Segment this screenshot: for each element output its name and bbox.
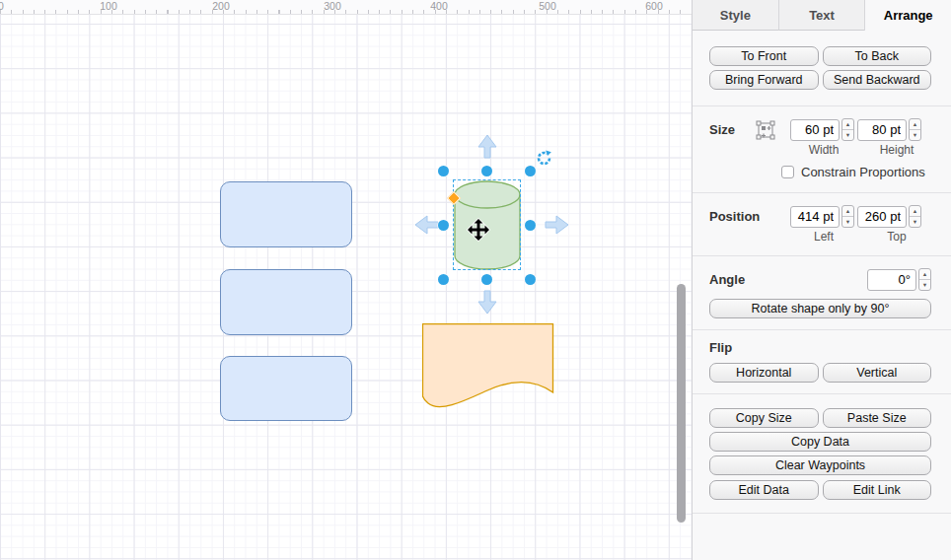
stepper-up-icon[interactable]: ▲ (842, 119, 853, 130)
ruler-label: 200 (212, 0, 230, 12)
resize-handle-se[interactable] (525, 274, 536, 285)
resize-handle-nw[interactable] (438, 166, 449, 176)
resize-handle-n[interactable] (481, 166, 492, 176)
stepper-down-icon[interactable]: ▼ (842, 130, 853, 140)
bring-forward-button[interactable]: Bring Forward (709, 70, 819, 90)
position-left-input[interactable] (790, 206, 840, 228)
paste-size-button[interactable]: Paste Size (823, 408, 932, 428)
top-stepper[interactable]: ▲ ▼ (909, 205, 921, 228)
stepper-down-icon[interactable]: ▼ (919, 280, 930, 290)
constrain-proportions-label: Constrain Proportions (801, 165, 925, 179)
shape-rounded-rect-1[interactable] (220, 181, 352, 247)
resize-handle-e[interactable] (525, 220, 536, 231)
rotate-handle-icon[interactable] (536, 150, 552, 167)
angle-stepper[interactable]: ▲ ▼ (918, 268, 931, 291)
angle-input[interactable] (867, 269, 916, 291)
stepper-down-icon[interactable]: ▼ (910, 130, 920, 140)
width-sublabel: Width (790, 143, 857, 157)
rotate-90-button[interactable]: Rotate shape only by 90° (709, 299, 931, 318)
edit-link-button[interactable]: Edit Link (823, 480, 932, 500)
drawio-editor: 0 100 200 300 400 500 600 (0, 0, 951, 560)
left-stepper[interactable]: ▲ ▼ (841, 205, 854, 228)
clear-waypoints-button[interactable]: Clear Waypoints (709, 455, 931, 475)
order-section: To Front To Back Bring Forward Send Back… (693, 31, 951, 106)
autosize-icon[interactable] (756, 120, 775, 140)
position-section: Position ▲ ▼ ▲ ▼ (693, 193, 951, 256)
angle-field-group: ▲ ▼ (867, 268, 931, 291)
horizontal-ruler: 0 100 200 300 400 500 600 (0, 0, 692, 15)
ruler-label: 0 (0, 0, 4, 12)
edit-data-button[interactable]: Edit Data (709, 480, 819, 500)
resize-handle-ne[interactable] (525, 166, 536, 176)
arrow-up-icon[interactable] (477, 134, 497, 160)
stepper-up-icon[interactable]: ▲ (842, 206, 853, 217)
stepper-down-icon[interactable]: ▼ (910, 217, 920, 227)
flip-horizontal-button[interactable]: Horizontal (709, 363, 819, 383)
ruler-label: 300 (324, 0, 341, 12)
flip-vertical-button[interactable]: Vertical (823, 363, 932, 383)
stepper-up-icon[interactable]: ▲ (919, 269, 930, 280)
tab-style[interactable]: Style (693, 0, 778, 31)
resize-handle-sw[interactable] (438, 274, 449, 285)
size-section: Size ▲ (693, 106, 951, 193)
size-label: Size (709, 122, 756, 137)
to-front-button[interactable]: To Front (709, 46, 819, 66)
width-field-group: ▲ ▼ (790, 118, 854, 141)
left-sublabel: Left (790, 230, 857, 244)
flip-label: Flip (709, 340, 931, 355)
angle-label: Angle (709, 272, 745, 287)
shape-document[interactable] (422, 323, 554, 408)
ruler-label: 500 (539, 0, 556, 12)
arrow-down-icon[interactable] (477, 289, 497, 315)
ruler-label: 600 (645, 0, 663, 12)
canvas[interactable] (0, 15, 692, 560)
resize-handle-s[interactable] (481, 274, 492, 285)
copy-size-button[interactable]: Copy Size (709, 408, 819, 428)
left-field-group: ▲ ▼ (790, 205, 854, 228)
flip-section: Flip Horizontal Vertical (693, 330, 951, 394)
format-tabbar: Style Text Arrange (693, 0, 951, 31)
resize-handle-w[interactable] (438, 220, 449, 231)
shape-rounded-rect-2[interactable] (220, 269, 352, 335)
canvas-area: 0 100 200 300 400 500 600 (0, 0, 692, 560)
angle-section: Angle ▲ ▼ Rotate shape only by 90° (693, 256, 951, 330)
actions-section: Copy Size Paste Size Copy Data Clear Way… (693, 394, 951, 514)
ruler-label: 100 (100, 0, 117, 12)
top-field-group: ▲ ▼ (857, 205, 921, 228)
width-stepper[interactable]: ▲ ▼ (841, 118, 854, 141)
stepper-up-icon[interactable]: ▲ (910, 206, 920, 217)
height-field-group: ▲ ▼ (857, 118, 921, 141)
vertical-scrollbar-thumb[interactable] (677, 284, 686, 523)
format-panel: Style Text Arrange To Front To Back Brin… (692, 0, 951, 560)
stepper-up-icon[interactable]: ▲ (910, 119, 920, 130)
height-stepper[interactable]: ▲ ▼ (909, 118, 921, 141)
arrow-right-icon[interactable] (544, 215, 569, 235)
position-top-input[interactable] (857, 206, 907, 228)
copy-data-button[interactable]: Copy Data (709, 432, 931, 452)
height-input[interactable] (857, 119, 907, 141)
shape-rounded-rect-3[interactable] (220, 356, 352, 421)
height-sublabel: Height (863, 143, 930, 157)
tab-arrange[interactable]: Arrange (864, 0, 951, 31)
top-sublabel: Top (863, 230, 930, 244)
move-cursor-icon (467, 218, 490, 242)
tab-text[interactable]: Text (778, 0, 865, 31)
ruler-label: 400 (430, 0, 448, 12)
width-input[interactable] (790, 119, 840, 141)
stepper-down-icon[interactable]: ▼ (842, 217, 853, 227)
position-label: Position (709, 209, 790, 224)
to-back-button[interactable]: To Back (823, 46, 932, 66)
constrain-proportions-checkbox[interactable] (781, 166, 794, 178)
send-backward-button[interactable]: Send Backward (823, 70, 932, 90)
arrow-left-icon[interactable] (414, 215, 440, 235)
